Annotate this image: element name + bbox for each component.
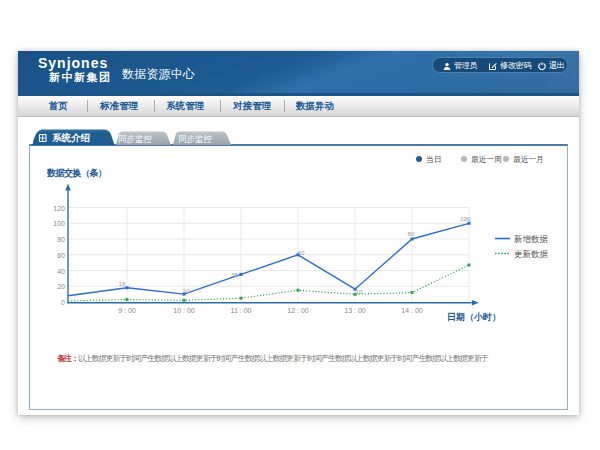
svg-text:100: 100 <box>460 215 471 222</box>
svg-text:60: 60 <box>298 249 305 256</box>
svg-text:10: 10 <box>183 287 190 294</box>
svg-text:100: 100 <box>53 220 65 227</box>
svg-text:20: 20 <box>57 283 65 290</box>
svg-text:60: 60 <box>57 252 65 259</box>
svg-text:0: 0 <box>61 299 65 306</box>
svg-text:80: 80 <box>408 230 415 237</box>
svg-text:10: 10 <box>356 288 363 295</box>
svg-text:40: 40 <box>57 268 65 275</box>
svg-text:35: 35 <box>231 271 238 278</box>
svg-text:120: 120 <box>53 205 65 212</box>
svg-text:80: 80 <box>57 236 65 243</box>
svg-text:18: 18 <box>119 280 126 287</box>
